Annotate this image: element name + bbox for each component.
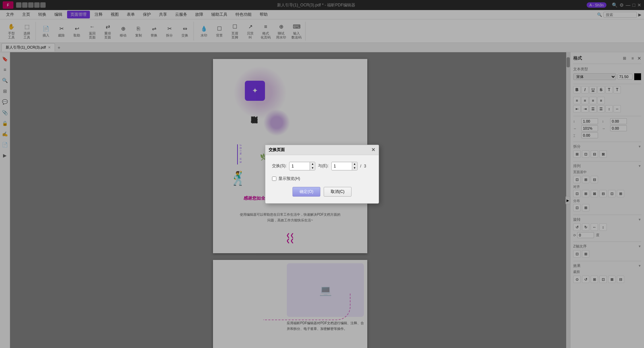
exchange-spinner: ▲ ▼ <box>310 162 315 170</box>
exchange-value-input[interactable] <box>289 162 310 170</box>
dialog-buttons: 确定(O) 取消(C) <box>272 187 372 197</box>
dialog-overlay[interactable]: 交换页面 ✕ 交换(S): ▲ ▼ 与(E): ▲ ▼ <box>0 0 644 348</box>
exchange-label: 交换(S): <box>272 163 286 169</box>
exchange-spin-up[interactable]: ▲ <box>310 162 315 166</box>
exchange-dialog: 交换页面 ✕ 交换(S): ▲ ▼ 与(E): ▲ ▼ <box>265 145 379 204</box>
exchange-input-group: ▲ ▼ <box>289 162 315 170</box>
with-spin-down[interactable]: ▼ <box>352 166 357 170</box>
with-input-group: ▲ ▼ <box>331 162 358 170</box>
with-spinner: ▲ ▼ <box>352 162 357 170</box>
preview-check-label[interactable]: 显示预览(H) <box>278 176 300 182</box>
with-value-input[interactable] <box>332 162 352 170</box>
dialog-close-btn[interactable]: ✕ <box>371 147 375 152</box>
preview-checkbox[interactable] <box>272 177 276 181</box>
dialog-confirm-btn[interactable]: 确定(O) <box>292 187 320 197</box>
preview-check-row: 显示预览(H) <box>272 176 372 182</box>
with-spin-up[interactable]: ▲ <box>352 162 357 166</box>
dialog-body: 交换(S): ▲ ▼ 与(E): ▲ ▼ / 3 <box>265 155 379 203</box>
total-pages-label: 3 <box>364 164 366 168</box>
slash-label: / <box>360 164 361 168</box>
dialog-titlebar: 交换页面 ✕ <box>265 145 379 155</box>
dialog-title: 交换页面 <box>269 147 285 153</box>
exchange-row: 交换(S): ▲ ▼ 与(E): ▲ ▼ / 3 <box>272 162 372 170</box>
dialog-cancel-btn[interactable]: 取消(C) <box>324 187 352 197</box>
with-label: 与(E): <box>318 163 328 169</box>
exchange-spin-down[interactable]: ▼ <box>310 166 315 170</box>
